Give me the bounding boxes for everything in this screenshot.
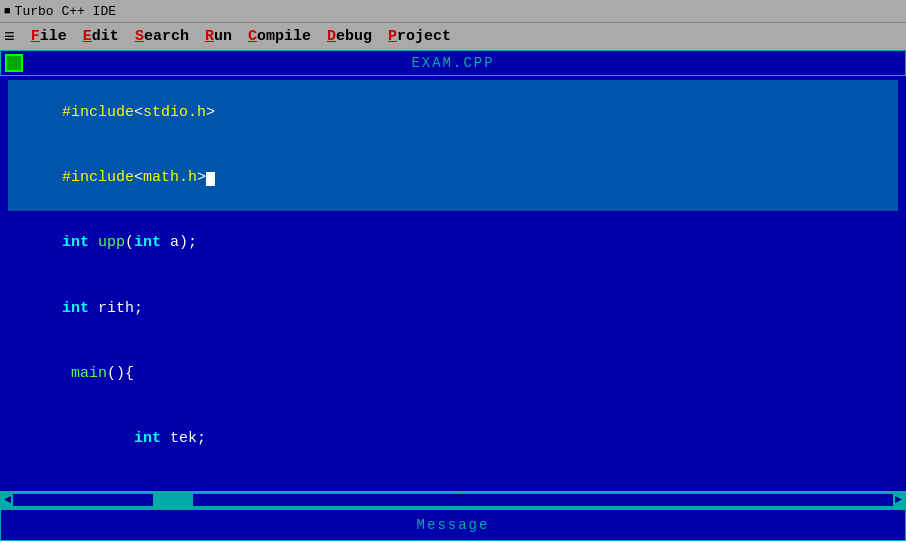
editor-container: EXAM.CPP #include<stdio.h> #include<math… [0,50,906,541]
menu-project[interactable]: Project [380,26,459,47]
message-bar: Message [0,509,906,541]
file-name: EXAM.CPP [411,55,494,71]
app-title: Turbo C++ IDE [15,4,116,19]
code-area[interactable]: #include<stdio.h> #include<math.h> int u… [0,76,906,491]
menu-bar: ≡ File Edit Search Run Compile Debug Pro… [0,22,906,50]
tab-bar: EXAM.CPP [0,50,906,76]
code-line-5: main(){ [8,341,898,406]
tab-indicator [5,54,23,72]
menu-file[interactable]: File [23,26,75,47]
scroll-thumb[interactable] [153,494,193,506]
status-bar: ◄ ► 2:17 [0,491,906,509]
hamburger-menu[interactable]: ≡ [4,27,15,47]
menu-run[interactable]: Run [197,26,240,47]
code-line-2: #include<math.h> [8,145,898,210]
cursor-position: 2:17 [439,493,468,507]
code-line-3: int upp(int a); [8,211,898,276]
scroll-right-arrow[interactable]: ► [895,493,902,507]
menu-compile[interactable]: Compile [240,26,319,47]
scroll-left-arrow[interactable]: ◄ [4,493,11,507]
code-line-1: #include<stdio.h> [8,80,898,145]
menu-search[interactable]: Search [127,26,197,47]
menu-edit[interactable]: Edit [75,26,127,47]
code-line-6: int tek; [8,406,898,471]
app-icon: ■ [4,5,11,17]
message-label: Message [417,517,490,533]
code-line-4: int rith; [8,276,898,341]
code-line-7: printf("Hello turbo c++\n"); [8,472,898,492]
title-bar: ■ Turbo C++ IDE [0,0,906,22]
menu-debug[interactable]: Debug [319,26,380,47]
